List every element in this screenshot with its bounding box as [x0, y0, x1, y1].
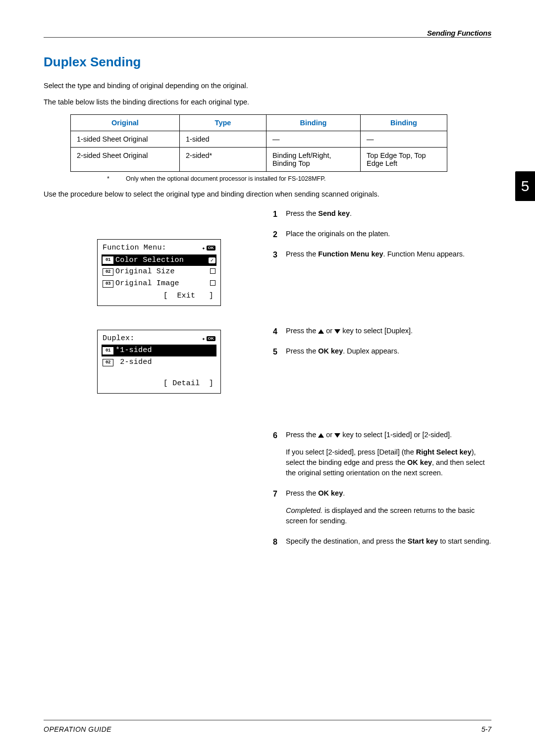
step-text: or — [324, 431, 334, 439]
table-row: 1-sided Sheet Original 1-sided — — — [71, 131, 447, 148]
footnote-star: * — [107, 175, 126, 183]
lcd-item: 01 Color Selection ✓ — [102, 254, 216, 266]
th-binding-2: Binding — [361, 115, 447, 131]
step-text: to start sending. — [438, 537, 491, 545]
lcd-duplex: Duplex: ✦ OK 01 *1-sided 02 2-sided [ De… — [97, 330, 221, 394]
lcd-item: 02 2-sided — [102, 356, 216, 368]
section-title: Duplex Sending — [44, 54, 491, 70]
check-icon: ✓ — [209, 257, 215, 263]
step-text: . Duplex appears. — [343, 347, 399, 355]
step-text: If you select [2-sided], press [Detail] … — [286, 448, 416, 456]
nav-arrows-icon: ✦ — [202, 246, 205, 252]
step-8: Specify the destination, and press the S… — [273, 536, 491, 547]
key-name: OK key — [318, 347, 343, 355]
step-text: key to select [1-sided] or [2-sided]. — [340, 431, 452, 439]
lcd-item-label: Original Image — [115, 278, 210, 289]
step-text: Specify the destination, and press the — [286, 537, 408, 545]
cell: 2-sided* — [180, 148, 267, 172]
square-icon — [210, 268, 215, 274]
lcd-item: 01 *1-sided — [102, 345, 216, 356]
step-text: or — [324, 327, 334, 335]
nav-arrows-icon: ✦ — [202, 336, 205, 342]
footer-left: OPERATION GUIDE — [44, 725, 111, 733]
lcd-item-label: Original Size — [115, 266, 210, 277]
header-section: Sending Functions — [427, 29, 491, 37]
key-name: OK key — [318, 489, 343, 497]
cell: 1-sided — [180, 131, 267, 148]
step-5: Press the OK key. Duplex appears. — [273, 346, 491, 356]
footnote-text: Only when the optional document processo… — [126, 175, 325, 183]
lcd-item-label: 2-sided — [115, 357, 215, 368]
header-rule — [44, 37, 491, 38]
step-1: Press the Send key. — [273, 208, 491, 219]
step-text: Press the — [286, 209, 318, 217]
footer-page-number: 5-7 — [482, 725, 491, 733]
binding-table: Original Type Binding Binding 1-sided Sh… — [70, 114, 447, 172]
step-7-sub: Completed. is displayed and the screen r… — [286, 505, 491, 526]
intro-paragraph-1: Select the type and binding of original … — [44, 81, 491, 91]
key-name: Send key — [318, 209, 350, 217]
page-footer: OPERATION GUIDE 5-7 — [44, 725, 491, 733]
step-2: Place the originals on the platen. — [273, 229, 491, 239]
ok-icon: OK — [207, 246, 215, 251]
ok-icon: OK — [207, 336, 215, 341]
th-type: Type — [180, 115, 267, 131]
lcd-softkey: [ Exit ] — [102, 290, 216, 302]
intro-paragraph-2: The table below lists the binding direct… — [44, 97, 491, 107]
up-arrow-icon — [318, 433, 324, 438]
lcd-item-num: 02 — [103, 268, 113, 276]
lcd-function-menu: Function Menu: ✦ OK 01 Color Selection ✓… — [97, 239, 221, 306]
lcd-item-num: 02 — [103, 359, 113, 366]
step-7: Press the OK key. Completed. is displaye… — [273, 488, 491, 526]
step-text: . Function Menu appears. — [383, 250, 465, 258]
cell: Top Edge Top, Top Edge Left — [361, 148, 447, 172]
lcd-item-num: 01 — [103, 256, 113, 264]
key-name: OK key — [407, 458, 432, 466]
lcd-item-label: Color Selection — [115, 255, 209, 266]
step-text: Press the — [286, 327, 318, 335]
cell: — — [267, 131, 361, 148]
cell: Binding Left/Right, Binding Top — [267, 148, 361, 172]
step-text: Press the — [286, 431, 318, 439]
status-text: Completed. — [286, 506, 322, 514]
lcd-title: Function Menu: — [103, 243, 166, 253]
step-6: Press the or key to select [1-sided] or … — [273, 430, 491, 478]
page-header: Sending Functions — [44, 29, 491, 37]
cell: — — [361, 131, 447, 148]
lcd-nav-ok: ✦ OK — [202, 336, 215, 342]
key-name: Function Menu key — [318, 250, 383, 258]
lcd-softkey: [ Detail ] — [102, 377, 216, 389]
step-text: . — [350, 209, 352, 217]
step-text: Press the — [286, 489, 318, 497]
lcd-nav-ok: ✦ OK — [202, 245, 215, 251]
step-text: . — [343, 489, 345, 497]
cell: 2-sided Sheet Original — [71, 148, 180, 172]
step-6-sub: If you select [2-sided], press [Detail] … — [286, 447, 491, 478]
chapter-tab: 5 — [515, 171, 535, 201]
table-row: 2-sided Sheet Original 2-sided* Binding … — [71, 148, 447, 172]
step-text: Press the — [286, 347, 318, 355]
lcd-title: Duplex: — [103, 333, 134, 344]
lcd-item-num: 01 — [103, 347, 113, 354]
lcd-item: 02 Original Size — [102, 266, 216, 278]
table-footnote: * Only when the optional document proces… — [107, 175, 491, 183]
down-arrow-icon — [334, 433, 340, 438]
square-icon — [210, 280, 215, 286]
step-text: key to select [Duplex]. — [340, 327, 413, 335]
key-name: Start key — [408, 537, 438, 545]
lcd-item-label: *1-sided — [115, 345, 215, 356]
down-arrow-icon — [334, 329, 340, 334]
key-name: Right Select key — [416, 448, 472, 456]
step-text: Press the — [286, 250, 318, 258]
step-3: Press the Function Menu key. Function Me… — [273, 249, 491, 259]
footer-rule — [44, 720, 491, 720]
lcd-item-num: 03 — [103, 280, 113, 288]
lcd-item: 03 Original Image — [102, 278, 216, 290]
step-4: Press the or key to select [Duplex]. — [273, 326, 491, 336]
procedure-intro: Use the procedure below to select the or… — [44, 189, 491, 200]
procedure-steps: Press the Send key. Place the originals … — [273, 208, 491, 547]
up-arrow-icon — [318, 329, 324, 334]
cell: 1-sided Sheet Original — [71, 131, 180, 148]
th-binding-1: Binding — [267, 115, 361, 131]
th-original: Original — [71, 115, 180, 131]
